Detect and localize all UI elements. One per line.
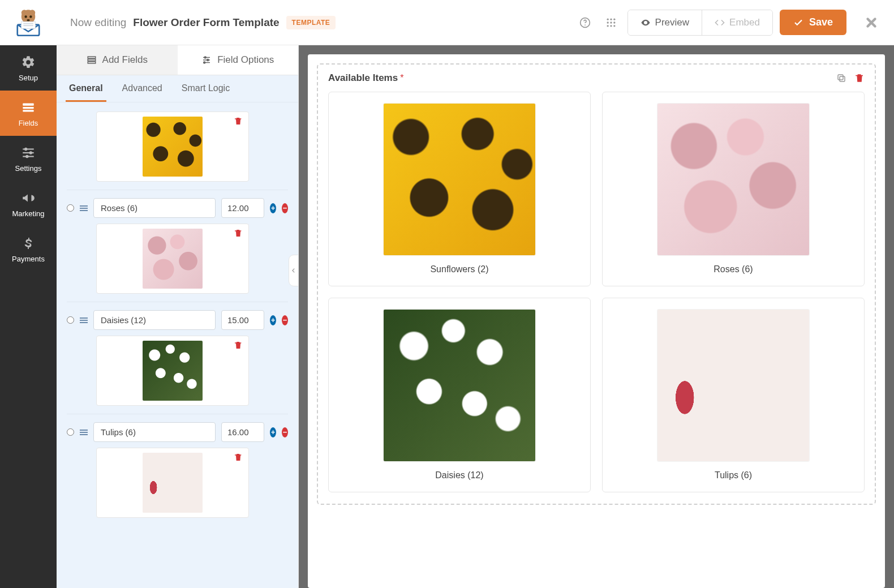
choice-card[interactable]: Sunflowers (2) bbox=[328, 92, 591, 286]
gear-icon bbox=[20, 54, 36, 70]
trash-icon bbox=[234, 229, 243, 238]
choice-thumbnail bbox=[143, 453, 203, 513]
svg-point-27 bbox=[607, 25, 608, 27]
svg-point-22 bbox=[610, 18, 612, 20]
remove-choice-button[interactable]: − bbox=[282, 427, 288, 437]
sub-tab-advanced[interactable]: Advanced bbox=[119, 75, 166, 102]
sidebar-item-fields[interactable]: Fields bbox=[0, 91, 57, 136]
choice-card[interactable]: Roses (6) bbox=[602, 92, 865, 286]
field-options-tab[interactable]: Field Options bbox=[178, 45, 299, 75]
choice-image-card[interactable] bbox=[96, 336, 249, 406]
save-button[interactable]: Save bbox=[780, 10, 846, 35]
choice-image-card[interactable] bbox=[96, 448, 249, 518]
trash-icon bbox=[234, 117, 243, 126]
form-title[interactable]: Flower Order Form Template bbox=[133, 16, 279, 29]
delete-image-button[interactable] bbox=[234, 117, 243, 126]
apps-grid-icon[interactable] bbox=[601, 13, 621, 32]
duplicate-field-button[interactable] bbox=[836, 73, 846, 83]
sidebar-item-label: Settings bbox=[15, 164, 42, 173]
delete-image-button[interactable] bbox=[234, 453, 243, 462]
choice-caption: Roses (6) bbox=[714, 264, 753, 274]
svg-point-4 bbox=[29, 15, 32, 18]
default-choice-radio[interactable] bbox=[67, 204, 74, 212]
field-available-items[interactable]: Available Items * bbox=[317, 63, 876, 505]
svg-rect-39 bbox=[840, 76, 845, 81]
svg-point-36 bbox=[207, 59, 209, 61]
template-badge: TEMPLATE bbox=[286, 16, 336, 29]
drag-handle[interactable] bbox=[80, 430, 88, 435]
close-button[interactable] bbox=[860, 15, 883, 30]
svg-point-18 bbox=[25, 154, 28, 157]
sidebar-item-setup[interactable]: Setup bbox=[0, 45, 57, 91]
sidebar-item-label: Payments bbox=[12, 255, 45, 263]
svg-rect-12 bbox=[23, 110, 34, 111]
form-canvas[interactable]: Available Items * bbox=[308, 54, 885, 588]
add-choice-button[interactable]: + bbox=[270, 203, 276, 213]
help-icon[interactable] bbox=[575, 13, 595, 32]
choice-label-input[interactable] bbox=[93, 422, 216, 442]
choice-label-input[interactable] bbox=[93, 310, 216, 330]
svg-rect-40 bbox=[838, 75, 843, 80]
add-fields-tab[interactable]: Add Fields bbox=[57, 45, 178, 75]
delete-image-button[interactable] bbox=[234, 341, 243, 350]
delete-field-button[interactable] bbox=[854, 73, 865, 83]
trash-icon bbox=[234, 341, 243, 350]
svg-point-38 bbox=[204, 62, 205, 63]
sliders-icon bbox=[201, 55, 212, 65]
choice-card[interactable]: Daisies (12) bbox=[328, 298, 591, 492]
copy-icon bbox=[836, 73, 846, 83]
add-choice-button[interactable]: + bbox=[270, 427, 276, 437]
choice-image-card[interactable] bbox=[96, 224, 249, 294]
svg-point-16 bbox=[29, 151, 32, 154]
svg-point-2 bbox=[29, 10, 36, 16]
add-choice-button[interactable]: + bbox=[270, 315, 276, 325]
svg-point-25 bbox=[610, 22, 612, 23]
sub-tab-smart-logic[interactable]: Smart Logic bbox=[178, 75, 233, 102]
check-icon bbox=[793, 18, 803, 28]
choice-price-input[interactable] bbox=[221, 310, 264, 330]
close-icon bbox=[864, 15, 879, 30]
delete-image-button[interactable] bbox=[234, 229, 243, 238]
preview-button[interactable]: Preview bbox=[628, 10, 702, 35]
embed-button[interactable]: Embed bbox=[702, 10, 772, 35]
drag-handle[interactable] bbox=[80, 205, 88, 211]
sub-tab-general[interactable]: General bbox=[66, 75, 106, 102]
choice-image bbox=[657, 310, 809, 461]
field-label: Available Items bbox=[328, 72, 398, 84]
required-indicator: * bbox=[400, 73, 403, 83]
choice-image-card[interactable] bbox=[96, 111, 249, 182]
list-icon bbox=[87, 55, 97, 65]
choice-price-input[interactable] bbox=[221, 198, 264, 218]
app-logo[interactable] bbox=[0, 0, 57, 45]
code-icon bbox=[715, 18, 725, 28]
choice-editor-row bbox=[67, 111, 288, 190]
choice-label-input[interactable] bbox=[93, 198, 216, 218]
sidebar-item-payments[interactable]: Payments bbox=[0, 226, 57, 272]
svg-point-14 bbox=[24, 147, 27, 150]
default-choice-radio[interactable] bbox=[67, 316, 74, 324]
default-choice-radio[interactable] bbox=[67, 428, 74, 436]
remove-choice-button[interactable]: − bbox=[282, 315, 288, 325]
remove-choice-button[interactable]: − bbox=[282, 203, 288, 213]
sidebar-item-marketing[interactable]: Marketing bbox=[0, 181, 57, 226]
choice-card[interactable]: Tulips (6) bbox=[602, 298, 865, 492]
bullhorn-icon bbox=[20, 190, 36, 206]
choice-caption: Sunflowers (2) bbox=[430, 264, 488, 274]
workspace: Add Fields Field Options General Advance… bbox=[57, 45, 894, 588]
svg-point-29 bbox=[613, 25, 615, 27]
trash-icon bbox=[234, 453, 243, 462]
panel-collapse-handle[interactable] bbox=[289, 255, 299, 286]
choice-editor-row: + − bbox=[67, 198, 288, 302]
svg-point-28 bbox=[610, 25, 612, 27]
svg-rect-10 bbox=[23, 103, 34, 105]
choice-price-input[interactable] bbox=[221, 422, 264, 442]
options-scroll[interactable]: + − bbox=[57, 102, 298, 588]
choice-image bbox=[384, 104, 535, 255]
sidebar-item-label: Fields bbox=[19, 119, 38, 127]
choice-caption: Tulips (6) bbox=[715, 470, 752, 480]
svg-point-23 bbox=[613, 18, 615, 20]
svg-point-24 bbox=[607, 22, 608, 23]
drag-handle[interactable] bbox=[80, 317, 88, 323]
sidebar-item-settings[interactable]: Settings bbox=[0, 136, 57, 181]
fields-icon bbox=[20, 100, 36, 115]
